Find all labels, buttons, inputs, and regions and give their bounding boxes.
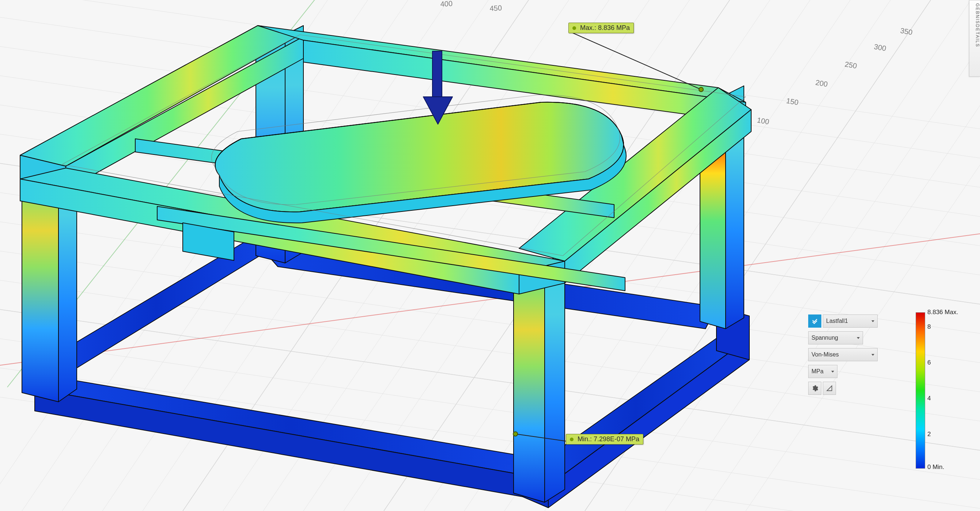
loadcase-dropdown[interactable]: Lastfall1: [823, 314, 878, 328]
loadcase-toggle-button[interactable]: [808, 314, 821, 328]
colorbar-max-label: 8.836 Max.: [928, 309, 958, 316]
component-dropdown[interactable]: Von-Mises: [808, 348, 878, 361]
svg-point-84: [699, 87, 703, 92]
svg-marker-53: [35, 378, 548, 475]
svg-marker-54: [35, 389, 523, 497]
svg-rect-81: [433, 51, 442, 98]
probe-max-callout[interactable]: Max.: 8.836 MPa: [568, 23, 634, 33]
svg-marker-67: [545, 252, 565, 502]
gear-icon: [811, 385, 818, 392]
legend-panel: Lastfall1 Spannung Von-Mises MPa: [808, 310, 966, 471]
chevron-down-icon: [872, 321, 874, 322]
colorbar-tick-8: 8: [928, 323, 931, 330]
colorbar-area: 8.836 Max. 8 6 4 2 0 Min.: [878, 310, 966, 471]
deformation-scale-button[interactable]: [823, 382, 836, 395]
svg-text:100: 100: [756, 116, 770, 125]
svg-text:250: 250: [844, 60, 858, 70]
triangle-icon: [826, 385, 833, 392]
svg-text:450: 450: [490, 4, 502, 13]
colorbar-tick-6: 6: [928, 359, 931, 367]
svg-text:150: 150: [786, 97, 799, 106]
svg-text:400: 400: [440, 0, 453, 8]
legend-controls: Lastfall1 Spannung Von-Mises MPa: [808, 310, 878, 471]
result-type-dropdown-label: Spannung: [811, 335, 838, 341]
unit-dropdown-label: MPa: [811, 368, 824, 375]
unit-dropdown[interactable]: MPa: [808, 365, 837, 378]
svg-text:200: 200: [815, 78, 828, 88]
chevron-down-icon: [831, 371, 834, 373]
chevron-down-icon: [872, 354, 874, 356]
colorbar-min-label: 0 Min.: [928, 463, 944, 471]
component-dropdown-label: Von-Mises: [811, 351, 839, 358]
loadcase-dropdown-label: Lastfall1: [826, 318, 848, 324]
legend-settings-button[interactable]: [808, 382, 821, 395]
chevron-down-icon: [857, 337, 860, 339]
result-type-dropdown[interactable]: Spannung: [808, 331, 863, 344]
colorbar[interactable]: [916, 312, 925, 469]
probe-max-label: Max.: 8.836 MPa: [580, 24, 630, 32]
colorbar-tick-2: 2: [928, 431, 931, 438]
colorbar-tick-4: 4: [928, 395, 931, 402]
results-details-tab[interactable]: GEBNISDETAILS: [969, 0, 980, 77]
results-details-tab-label: GEBNISDETAILS: [975, 3, 980, 47]
svg-text:300: 300: [873, 42, 887, 52]
svg-text:350: 350: [900, 26, 913, 36]
svg-point-86: [513, 432, 518, 436]
probe-min-label: Min.: 7.298E-07 MPa: [578, 435, 640, 443]
probe-min-callout[interactable]: Min.: 7.298E-07 MPa: [566, 434, 643, 444]
